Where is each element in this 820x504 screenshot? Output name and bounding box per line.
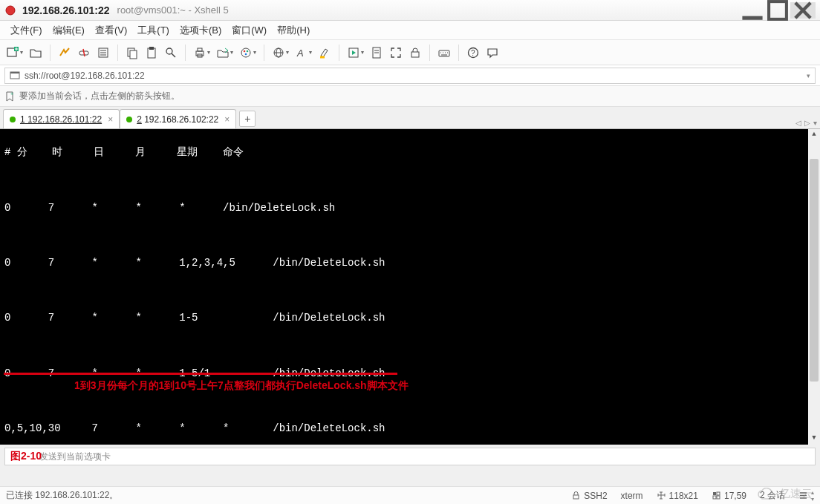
terminal[interactable]: # 分 时 日 月 星期 命令 0 7 * * * /bin/DeleteLoc… (0, 129, 820, 445)
disconnect-icon[interactable] (76, 44, 92, 62)
maximize-button[interactable] (765, 2, 790, 19)
tab-list-icon[interactable]: ▾ (813, 119, 817, 127)
cron-row: 0 7 * * * /bin/DeleteLock.sh (4, 201, 816, 215)
new-session-icon[interactable]: ▾ (4, 44, 25, 62)
status-connection: 已连接 192.168.26.101:22。 (6, 489, 118, 502)
copy-icon[interactable] (124, 44, 140, 62)
address-text: ssh://root@192.168.26.101:22 (25, 71, 145, 81)
cron-row: 0 7 * * 1,2,3,4,5 /bin/DeleteLock.sh (4, 256, 816, 270)
title-bar: 192.168.26.101:22 root@vms001:~ - Xshell… (0, 0, 820, 21)
scroll-up-icon[interactable]: ▲ (808, 129, 820, 141)
app-logo-icon (4, 4, 16, 16)
watermark: 亿速云 (757, 487, 813, 501)
menu-window[interactable]: 窗口(W) (227, 22, 271, 39)
svg-rect-53 (713, 496, 716, 499)
svg-point-24 (241, 48, 250, 57)
menu-view[interactable]: 查看(V) (91, 22, 131, 39)
find-icon[interactable] (163, 44, 179, 62)
open-session-icon[interactable] (27, 44, 44, 62)
terminal-header: # 分 时 日 月 星期 命令 (4, 145, 816, 160)
help-icon[interactable]: ? (465, 44, 481, 62)
svg-text:?: ? (471, 49, 475, 57)
close-button[interactable] (790, 2, 816, 19)
menu-bar: 文件(F) 编辑(E) 查看(V) 工具(T) 选项卡(B) 窗口(W) 帮助(… (0, 21, 820, 40)
font-icon[interactable]: A▾ (293, 44, 313, 62)
compose-placeholder: 发送到当前选项卡 (39, 451, 111, 463)
compose-input[interactable]: 发送到当前选项卡 (4, 448, 816, 465)
menu-tabs[interactable]: 选项卡(B) (175, 22, 226, 39)
tab-strip: 1 192.168.26.101:22 × 2 192.168.26.102:2… (0, 107, 820, 129)
svg-point-0 (6, 6, 15, 15)
tab-next-icon[interactable]: ▷ (804, 119, 810, 127)
minimize-button[interactable] (740, 2, 765, 19)
tab-prev-icon[interactable]: ◁ (795, 119, 801, 127)
status-protocol: SSH2 (571, 491, 607, 501)
bookmark-add-icon[interactable]: + (4, 91, 15, 102)
color-scheme-icon[interactable]: ▾ (238, 44, 258, 62)
status-bar: 已连接 192.168.26.101:22。 SSH2 xterm 118x21… (0, 486, 820, 504)
svg-text:+: + (10, 91, 13, 96)
fullscreen-icon[interactable] (388, 44, 404, 62)
svg-rect-18 (149, 47, 154, 50)
tab-close-icon[interactable]: × (108, 114, 113, 125)
svg-rect-50 (573, 495, 579, 499)
scroll-down-icon[interactable]: ▼ (808, 433, 820, 445)
svg-rect-22 (198, 48, 202, 51)
annotation-underline (4, 373, 397, 375)
status-cursor: 17,59 (712, 491, 746, 501)
svg-rect-51 (713, 492, 716, 495)
svg-line-20 (172, 53, 175, 57)
address-dropdown-icon[interactable]: ▾ (807, 72, 810, 79)
menu-help[interactable]: 帮助(H) (273, 22, 314, 39)
svg-point-19 (166, 48, 172, 54)
hint-text: 要添加当前会话，点击左侧的箭头按钮。 (19, 90, 180, 102)
menu-file[interactable]: 文件(F) (6, 22, 47, 39)
svg-marker-34 (352, 50, 356, 55)
menu-edit[interactable]: 编辑(E) (48, 22, 89, 39)
status-size: 118x21 (657, 491, 698, 501)
svg-text:A: A (296, 48, 304, 59)
status-dot-icon (126, 117, 132, 122)
window-title-secondary: root@vms001:~ - Xshell 5 (117, 4, 229, 16)
cron-row: 0,5,10,30 7 * * * /bin/DeleteLock.sh (4, 422, 816, 436)
properties-icon[interactable] (95, 44, 111, 62)
cron-row: 0 7 * * 1-5 /bin/DeleteLock.sh (4, 311, 816, 325)
tab-session-2[interactable]: 2 192.168.26.102:22 × (120, 109, 236, 128)
figure-label: 图2-10 (10, 450, 42, 463)
svg-rect-48 (10, 72, 19, 73)
svg-rect-39 (439, 50, 449, 56)
menu-tools[interactable]: 工具(T) (133, 22, 174, 39)
highlight-icon[interactable] (316, 44, 333, 62)
script-icon[interactable]: ▾ (345, 44, 365, 62)
svg-rect-52 (717, 492, 720, 495)
print-icon[interactable]: ▾ (192, 44, 212, 62)
annotation-text: 1到3月份每个月的1到10号上午7点整我们都执行DeleteLock.sh脚本文… (74, 379, 409, 392)
tab-close-icon[interactable]: × (224, 114, 230, 125)
svg-point-27 (245, 53, 247, 55)
new-tab-button[interactable]: + (239, 111, 256, 127)
status-dot-icon (10, 117, 16, 122)
reconnect-icon[interactable] (56, 44, 73, 62)
hint-bar: + 要添加当前会话，点击左侧的箭头按钮。 (0, 86, 820, 107)
svg-rect-16 (130, 50, 137, 59)
tab-session-1[interactable]: 1 192.168.26.101:22 × (3, 109, 120, 128)
status-termtype: xterm (621, 491, 643, 501)
lock-icon[interactable] (407, 44, 423, 62)
encoding-icon[interactable]: ▾ (270, 44, 290, 62)
session-icon (10, 71, 20, 81)
window-title-primary: 192.168.26.101:22 (22, 4, 110, 16)
feedback-icon[interactable] (484, 44, 501, 62)
log-icon[interactable] (368, 44, 385, 62)
svg-rect-54 (717, 496, 720, 499)
address-bar[interactable]: ssh://root@192.168.26.101:22 ▾ (4, 68, 816, 84)
paste-icon[interactable] (143, 44, 160, 62)
scroll-thumb[interactable] (810, 159, 819, 382)
svg-rect-2 (769, 1, 787, 19)
address-bar-row: ssh://root@192.168.26.101:22 ▾ (0, 65, 820, 86)
svg-point-25 (244, 50, 246, 52)
keyboard-icon[interactable] (436, 44, 452, 62)
xftp-icon[interactable]: ▾ (215, 44, 235, 62)
terminal-scrollbar[interactable]: ▲ ▼ (808, 129, 820, 445)
toolbar: ▾ ▾ ▾ ▾ ▾ A▾ ▾ ? (0, 40, 820, 65)
svg-point-26 (247, 50, 249, 52)
